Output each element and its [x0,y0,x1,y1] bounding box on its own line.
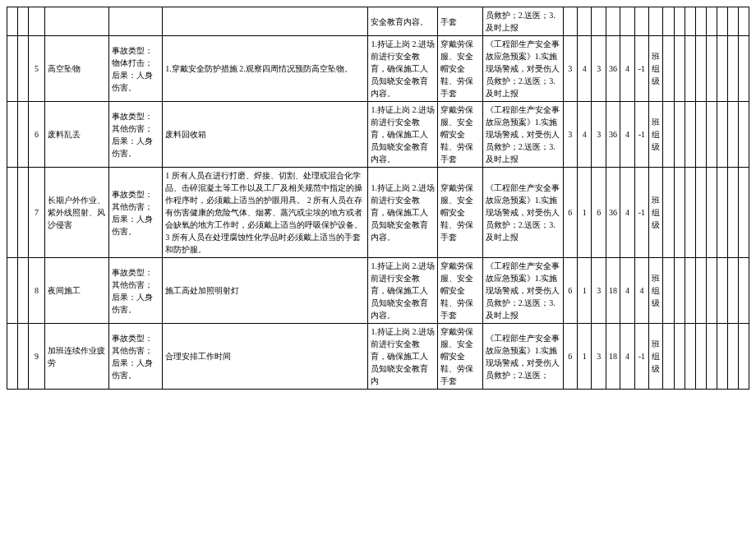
score-6: -1 [634,324,648,390]
empty-cell [727,7,738,36]
emergency-plan-cell: 《工程部生产安全事故应急预案》1.实施现场警戒，对受伤人员救护；2.送医；3.及… [482,36,563,102]
empty-cell [727,258,738,324]
score-e: 1 [578,168,592,258]
empty-cell [674,7,685,36]
risk-level-cell: 班组级 [649,324,663,390]
empty-cell [717,102,727,168]
empty-cell [738,168,749,258]
accident-type-cell: 事故类型：其他伤害；后果：人身伤害。 [109,324,163,390]
empty-cell [695,168,706,258]
score-d: 36 [606,36,620,102]
score-5: 4 [620,102,634,168]
empty-cell [7,102,18,168]
score-c: 6 [592,168,606,258]
score-l: 3 [563,36,577,102]
hazard-cell [44,7,108,36]
training-cell: 1.持证上岗 2.进场前进行安全教育，确保施工人员知晓安全教育内容。 [368,168,438,258]
row-index: 6 [29,102,45,168]
empty-cell [706,324,717,390]
score-5: 4 [620,258,634,324]
ppe-cell: 穿戴劳保服、安全帽安全鞋、劳保手套 [438,102,482,168]
table-row: 7长期户外作业、紫外线照射、风沙侵害事故类型：其他伤害；后果：人身伤害。1 所有… [7,168,749,258]
empty-cell [18,324,29,390]
ppe-cell: 穿戴劳保服、安全帽安全鞋、劳保手套 [438,324,482,390]
score-d: 36 [606,102,620,168]
score-e [578,7,592,36]
empty-cell [18,258,29,324]
empty-cell [706,258,717,324]
empty-cell [717,324,727,390]
empty-cell [663,168,674,258]
risk-level-cell [649,7,663,36]
empty-cell [18,36,29,102]
score-c: 3 [592,324,606,390]
score-e: 4 [578,102,592,168]
score-5: 4 [620,36,634,102]
empty-cell [7,36,18,102]
ppe-cell: 手套 [438,7,482,36]
empty-cell [695,36,706,102]
table-row: 5高空坠物事故类型：物体打击；后果：人身伤害。1.穿戴安全防护措施 2.观察四周… [7,36,749,102]
empty-cell [663,36,674,102]
score-5 [620,7,634,36]
empty-cell [18,168,29,258]
accident-type-cell: 事故类型：其他伤害；后果：人身伤害。 [109,102,163,168]
risk-level-cell: 班组级 [649,102,663,168]
score-d [606,7,620,36]
empty-cell [695,324,706,390]
empty-cell [674,168,685,258]
hazard-cell: 废料乱丢 [44,102,108,168]
empty-cell [663,7,674,36]
empty-cell [727,102,738,168]
ppe-cell: 穿戴劳保服、安全帽安全鞋、劳保手套 [438,168,482,258]
row-index: 8 [29,258,45,324]
score-l: 6 [563,258,577,324]
score-l [563,7,577,36]
empty-cell [717,36,727,102]
empty-cell [727,36,738,102]
empty-cell [738,324,749,390]
measure-cell: 1.穿戴安全防护措施 2.观察四周情况预防高空坠物。 [163,36,368,102]
training-cell: 1.持证上岗 2.进场前进行安全教育，确保施工人员知晓安全教育内容。 [368,102,438,168]
risk-assessment-table: 安全教育内容。手套员救护；2.送医；3.及时上报5高空坠物事故类型：物体打击；后… [7,7,749,390]
score-e: 1 [578,258,592,324]
empty-cell [7,258,18,324]
empty-cell [727,324,738,390]
row-index: 5 [29,36,45,102]
empty-cell [7,324,18,390]
empty-cell [695,258,706,324]
empty-cell [695,102,706,168]
measure-cell [163,7,368,36]
accident-type-cell: 事故类型：其他伤害；后果：人身伤害。 [109,168,163,258]
score-6: -1 [634,36,648,102]
empty-cell [674,36,685,102]
empty-cell [706,102,717,168]
table-row: 安全教育内容。手套员救护；2.送医；3.及时上报 [7,7,749,36]
hazard-cell: 加班连续作业疲劳 [44,324,108,390]
score-l: 6 [563,324,577,390]
empty-cell [717,258,727,324]
empty-cell [663,102,674,168]
score-l: 6 [563,168,577,258]
score-c: 3 [592,258,606,324]
empty-cell [738,258,749,324]
emergency-plan-cell: 《工程部生产安全事故应急预案》1.实施现场警戒，对受伤人员救护；2.送医；3.及… [482,258,563,324]
empty-cell [674,258,685,324]
hazard-cell: 长期户外作业、紫外线照射、风沙侵害 [44,168,108,258]
table-row: 6废料乱丢事故类型：其他伤害；后果：人身伤害。废料回收箱1.持证上岗 2.进场前… [7,102,749,168]
empty-cell [18,7,29,36]
empty-cell [706,36,717,102]
score-6: 4 [634,258,648,324]
empty-cell [674,324,685,390]
score-e: 4 [578,36,592,102]
hazard-cell: 夜间施工 [44,258,108,324]
empty-cell [674,102,685,168]
score-6: -1 [634,168,648,258]
empty-cell [685,102,695,168]
score-d: 18 [606,258,620,324]
measure-cell: 1 所有人员在进行打磨、焊接、切割、处理或混合化学品、击碎混凝土等工作以及工厂及… [163,168,368,258]
score-6: -1 [634,102,648,168]
risk-level-cell: 班组级 [649,36,663,102]
emergency-plan-cell: 《工程部生产安全事故应急预案》1.实施现场警戒，对受伤人员救护；2.送医；3.及… [482,168,563,258]
empty-cell [727,168,738,258]
